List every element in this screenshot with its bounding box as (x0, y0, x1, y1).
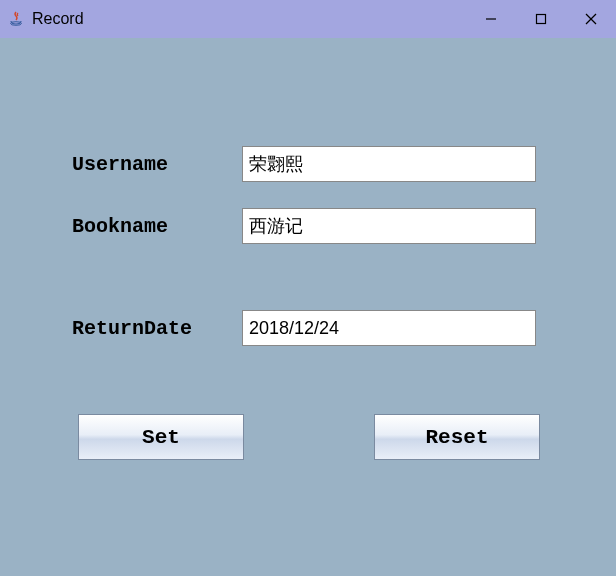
content-pane: Username Bookname ReturnDate Set Reset (0, 38, 616, 576)
set-button[interactable]: Set (78, 414, 244, 460)
maximize-button[interactable] (516, 0, 566, 38)
button-row: Set Reset (78, 414, 540, 460)
returndate-label: ReturnDate (72, 317, 242, 340)
window-title: Record (32, 10, 84, 28)
window-titlebar: Record (0, 0, 616, 38)
minimize-button[interactable] (466, 0, 516, 38)
bookname-row: Bookname (72, 208, 536, 244)
returndate-row: ReturnDate (72, 310, 536, 346)
username-input[interactable] (242, 146, 536, 182)
bookname-input[interactable] (242, 208, 536, 244)
svg-rect-2 (537, 15, 546, 24)
close-button[interactable] (566, 0, 616, 38)
returndate-input[interactable] (242, 310, 536, 346)
username-row: Username (72, 146, 536, 182)
reset-button[interactable]: Reset (374, 414, 540, 460)
java-app-icon (6, 9, 26, 29)
username-label: Username (72, 153, 242, 176)
window-controls (466, 0, 616, 38)
bookname-label: Bookname (72, 215, 242, 238)
